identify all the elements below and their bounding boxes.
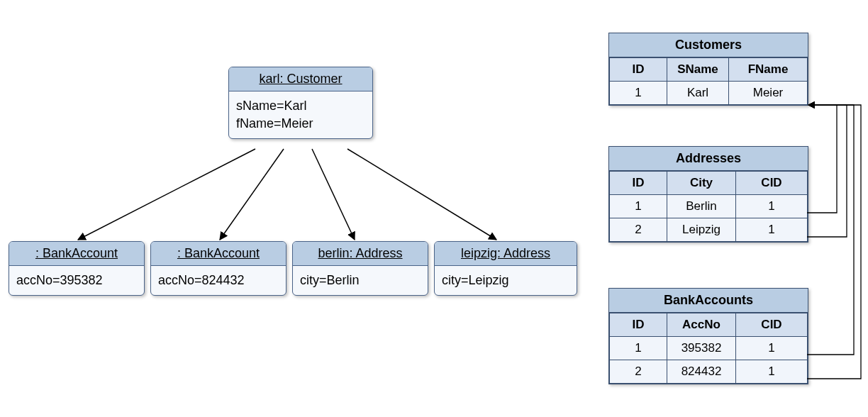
uml-object-title: berlin: Address (318, 246, 402, 260)
uml-attr: fName=Meier (236, 115, 365, 133)
table-row: 1 Berlin 1 (610, 195, 808, 218)
col-header: FName (729, 58, 808, 82)
db-table-customers: Customers ID SName FName 1 Karl Meier (608, 33, 808, 106)
uml-object-bank1: : BankAccount accNo=395382 (9, 241, 145, 296)
uml-object-customer: karl: Customer sName=Karl fName=Meier (228, 67, 373, 139)
uml-object-title: karl: Customer (259, 72, 342, 86)
uml-attr: sName=Karl (236, 97, 365, 115)
db-table-title: BankAccounts (609, 289, 808, 313)
uml-attr: accNo=395382 (16, 272, 137, 289)
col-header: City (667, 172, 736, 195)
svg-line-2 (312, 149, 355, 240)
col-header: SName (667, 58, 729, 82)
uml-attr: city=Leipzig (442, 272, 569, 289)
uml-attr: accNo=824432 (158, 272, 279, 289)
col-header: CID (736, 313, 808, 337)
db-table-addresses: Addresses ID City CID 1 Berlin 1 2 Leipz… (608, 146, 808, 243)
col-header: CID (736, 172, 808, 195)
uml-attr: city=Berlin (300, 272, 421, 289)
col-header: ID (610, 58, 667, 82)
table-row: 1 Karl Meier (610, 82, 808, 105)
uml-object-title: leipzig: Address (461, 246, 550, 260)
table-row: 1 395382 1 (610, 337, 808, 360)
svg-line-0 (78, 149, 255, 240)
uml-object-title: : BankAccount (177, 246, 260, 260)
uml-object-addr-leipzig: leipzig: Address city=Leipzig (434, 241, 577, 296)
col-header: ID (610, 172, 667, 195)
db-table-bankaccounts: BankAccounts ID AccNo CID 1 395382 1 2 8… (608, 288, 808, 384)
col-header: ID (610, 313, 667, 337)
table-row: 2 824432 1 (610, 360, 808, 384)
uml-object-bank2: : BankAccount accNo=824432 (150, 241, 286, 296)
db-table-title: Customers (609, 33, 808, 57)
svg-line-1 (220, 149, 284, 240)
db-table-title: Addresses (609, 147, 808, 171)
col-header: AccNo (667, 313, 736, 337)
table-row: 2 Leipzig 1 (610, 218, 808, 242)
svg-line-3 (347, 149, 496, 240)
uml-object-addr-berlin: berlin: Address city=Berlin (292, 241, 428, 296)
uml-object-title: : BankAccount (35, 246, 118, 260)
